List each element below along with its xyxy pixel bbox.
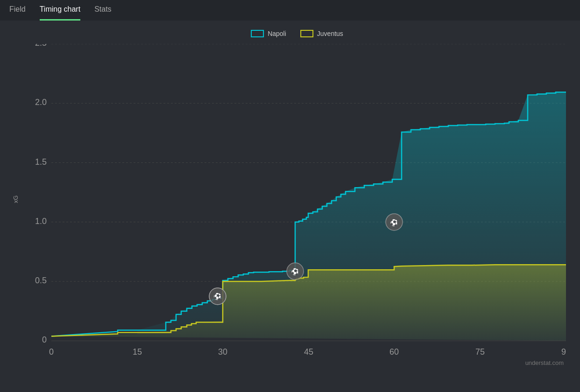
svg-text:2.0: 2.0 xyxy=(35,98,47,107)
svg-text:⚽: ⚽ xyxy=(291,268,299,276)
watermark: understat.com xyxy=(525,359,564,366)
app-container: Field Timing chart Stats Napoli Juventus… xyxy=(0,0,580,392)
svg-text:⚽: ⚽ xyxy=(213,293,222,301)
svg-text:15: 15 xyxy=(133,347,142,357)
legend-juventus: Juventus xyxy=(300,30,343,37)
chart-svg: 0 0.5 1.0 1.5 2.0 2.5 0 15 xyxy=(28,44,566,369)
tab-timing-chart[interactable]: Timing chart xyxy=(40,0,80,21)
svg-text:90: 90 xyxy=(561,347,566,357)
svg-text:0: 0 xyxy=(42,335,47,344)
chart-area: Napoli Juventus xG xyxy=(0,21,580,392)
svg-text:1.5: 1.5 xyxy=(35,157,47,167)
svg-text:75: 75 xyxy=(475,347,485,357)
y-axis-label: xG xyxy=(12,196,19,203)
juventus-legend-box xyxy=(300,30,313,37)
chart-inner: Napoli Juventus xG xyxy=(28,30,566,369)
tab-field[interactable]: Field xyxy=(9,0,26,21)
svg-text:60: 60 xyxy=(389,347,399,357)
svg-text:45: 45 xyxy=(304,347,313,357)
napoli-legend-box xyxy=(251,30,264,37)
svg-text:30: 30 xyxy=(218,347,227,357)
juventus-label: Juventus xyxy=(317,30,343,37)
napoli-label: Napoli xyxy=(268,30,286,37)
legend-napoli: Napoli xyxy=(251,30,286,37)
svg-text:⚽: ⚽ xyxy=(390,219,398,227)
tabs-bar: Field Timing chart Stats xyxy=(0,0,580,21)
svg-text:2.5: 2.5 xyxy=(35,44,47,48)
svg-text:0: 0 xyxy=(49,347,54,357)
tab-stats[interactable]: Stats xyxy=(94,0,111,21)
svg-text:1.0: 1.0 xyxy=(35,217,47,226)
svg-text:0.5: 0.5 xyxy=(35,276,47,285)
chart-legend: Napoli Juventus xyxy=(251,30,343,37)
